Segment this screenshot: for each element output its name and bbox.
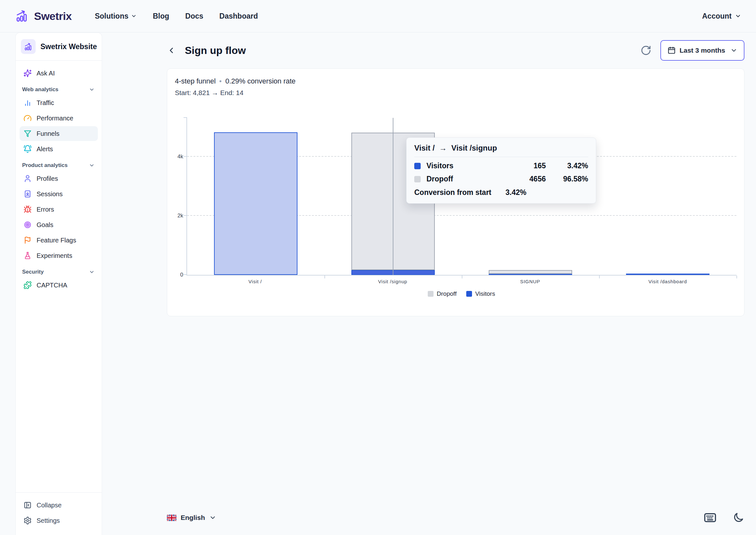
nav-item-label: Blog — [153, 12, 169, 20]
tooltip-row-label: Visitors — [426, 161, 507, 170]
dropoff-bar[interactable] — [489, 270, 572, 274]
project-selector[interactable]: Swetrix Website — [16, 33, 102, 61]
sidebar-item-label: Ask AI — [37, 70, 55, 77]
bug-icon — [23, 205, 32, 213]
sidebar-item-label: Feature Flags — [37, 237, 76, 244]
chevron-down-icon — [89, 162, 94, 168]
collapse-icon — [23, 501, 32, 509]
sidebar-section-label: Security — [22, 269, 44, 275]
sidebar-item-feature-flags[interactable]: Feature Flags — [19, 233, 98, 248]
tooltip-row-value: 165 — [510, 161, 546, 170]
back-button[interactable] — [167, 46, 176, 55]
tooltip-title: Visit / → Visit /signup — [414, 144, 588, 157]
sidebar-item-goals[interactable]: Goals — [19, 217, 98, 232]
tooltip-conversion-label: Conversion from start — [414, 188, 491, 197]
sidebar-item-traffic[interactable]: Traffic — [19, 96, 98, 110]
chart-plot-area: Visit / → Visit /signup Visitors1653.42%… — [186, 117, 737, 275]
tooltip-conversion-row: Conversion from start 3.42% — [414, 188, 588, 197]
tooltip-conversion-value: 3.42% — [505, 188, 526, 197]
page-title: Sign up flow — [185, 44, 246, 57]
nav-item-label: Docs — [185, 12, 203, 20]
legend-item-visitors[interactable]: Visitors — [466, 290, 495, 297]
sidebar-section-web-analytics[interactable]: Web analytics — [19, 81, 98, 96]
x-axis-label: Visit /signup — [324, 279, 462, 284]
nav-item-dashboard[interactable]: Dashboard — [220, 12, 258, 20]
sidebar-item-ask-ai[interactable]: Ask AI — [19, 66, 98, 81]
sidebar-item-performance[interactable]: Performance — [19, 111, 98, 126]
sidebar-item-label: Profiles — [37, 175, 58, 183]
project-logo-icon — [21, 39, 36, 54]
tooltip-row-value: 4656 — [510, 175, 546, 183]
chart-x-labels: Visit /Visit /signupSIGNUPVisit /dashboa… — [186, 275, 737, 287]
nav-item-solutions[interactable]: Solutions — [94, 12, 137, 20]
date-range-label: Last 3 months — [680, 46, 725, 54]
legend-item-dropoff[interactable]: Dropoff — [428, 290, 457, 297]
sidebar-item-profiles[interactable]: Profiles — [19, 171, 98, 186]
sparkles-icon — [23, 69, 32, 77]
chart-legend: DropoffVisitors — [186, 290, 737, 297]
tooltip-row-label: Dropoff — [426, 175, 507, 183]
funnel-step-count: 4-step funnel — [175, 77, 216, 85]
language-label: English — [181, 514, 205, 521]
funnel-summary: 4-step funnel 0.29% conversion rate — [175, 77, 737, 85]
sidebar-item-collapse[interactable]: Collapse — [19, 498, 98, 513]
legend-label: Dropoff — [437, 290, 457, 297]
chevron-down-icon — [131, 13, 137, 19]
keyboard-shortcuts-button[interactable] — [703, 511, 717, 524]
project-name: Swetrix Website — [40, 42, 97, 51]
sidebar-item-funnels[interactable]: Funnels — [19, 126, 98, 141]
chevron-down-icon — [89, 269, 94, 275]
legend-swatch — [466, 291, 472, 297]
date-range-button[interactable]: Last 3 months — [661, 40, 744, 61]
y-tick-label: 2k — [177, 212, 183, 219]
x-axis-label: Visit /dashboard — [599, 279, 737, 284]
bar-chart-icon — [23, 99, 32, 107]
y-tick-mark — [183, 117, 186, 118]
sidebar-item-errors[interactable]: Errors — [19, 202, 98, 217]
refresh-button[interactable] — [640, 45, 651, 56]
tooltip-row-dropoff: Dropoff465696.58% — [414, 175, 588, 183]
sidebar-item-settings[interactable]: Settings — [19, 513, 98, 528]
sidebar-item-label: Experiments — [37, 252, 72, 260]
session-doc-icon — [23, 190, 32, 198]
puzzle-icon — [23, 281, 32, 289]
moon-icon — [732, 512, 744, 524]
sidebar-item-sessions[interactable]: Sessions — [19, 186, 98, 201]
tooltip-step-to: Visit /signup — [451, 144, 497, 153]
funnel-step-visit[interactable] — [187, 117, 324, 275]
sidebar-section-product-analytics[interactable]: Product analytics — [19, 157, 98, 171]
chevron-down-icon — [735, 13, 741, 19]
sidebar-item-alerts[interactable]: Alerts — [19, 142, 98, 156]
visitors-bar[interactable] — [626, 274, 710, 275]
visitors-bar[interactable] — [214, 132, 297, 275]
sidebar-section-security[interactable]: Security — [19, 264, 98, 278]
nav-items: SolutionsBlogDocsDashboard — [94, 12, 258, 20]
account-menu[interactable]: Account — [702, 12, 741, 20]
y-tick-mark — [183, 156, 186, 157]
x-axis-label: Visit / — [186, 279, 324, 284]
language-picker[interactable]: English — [167, 514, 216, 521]
sidebar-item-label: Settings — [37, 517, 60, 524]
bell-icon — [23, 145, 32, 153]
dark-mode-toggle[interactable] — [732, 512, 744, 524]
funnel-card: 4-step funnel 0.29% conversion rate Star… — [167, 69, 744, 316]
brand-name: Swetrix — [34, 10, 71, 22]
y-tick-mark — [183, 274, 186, 275]
brand[interactable]: Swetrix — [15, 9, 71, 23]
tooltip-row-percent: 96.58% — [550, 175, 588, 183]
chevron-down-icon — [89, 87, 94, 93]
nav-item-label: Solutions — [94, 12, 128, 20]
y-tick-label: 4k — [177, 154, 183, 160]
nav-item-docs[interactable]: Docs — [185, 12, 203, 20]
account-label: Account — [702, 12, 732, 20]
funnel-start-end: Start: 4,821 → End: 14 — [175, 89, 737, 97]
tooltip-step-from: Visit / — [414, 144, 435, 153]
tooltip-row-visitors: Visitors1653.42% — [414, 161, 588, 170]
sidebar-footer: CollapseSettings — [16, 492, 102, 535]
sidebar-item-captcha[interactable]: CAPTCHA — [19, 278, 98, 293]
flask-icon — [23, 251, 32, 260]
sidebar-item-experiments[interactable]: Experiments — [19, 248, 98, 263]
funnel-step-visit-dashboard[interactable] — [599, 117, 737, 275]
nav-item-blog[interactable]: Blog — [153, 12, 169, 20]
gauge-icon — [23, 114, 32, 122]
